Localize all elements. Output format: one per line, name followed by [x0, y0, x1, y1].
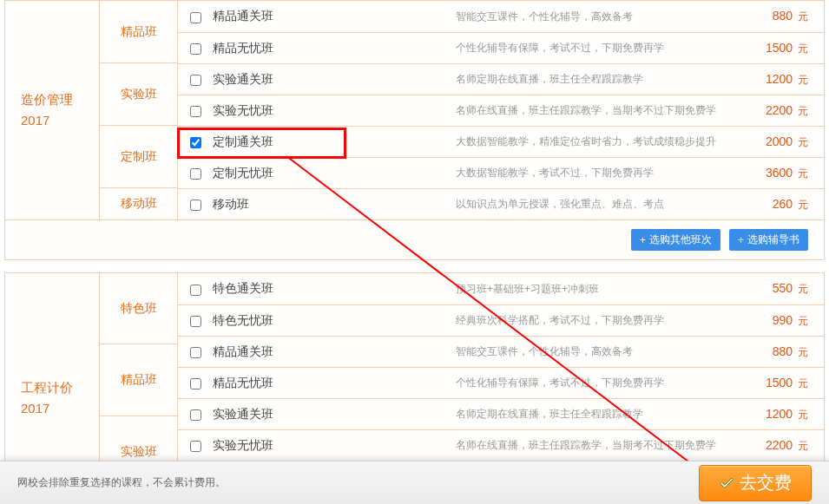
class-checkbox[interactable]: [190, 137, 201, 148]
class-checkbox[interactable]: [190, 409, 201, 421]
class-group-label: 移动班: [99, 187, 177, 219]
buy-books-button[interactable]: 选购辅导书: [729, 229, 808, 251]
class-checkbox[interactable]: [190, 106, 201, 117]
class-group-label: 实验班: [99, 62, 177, 125]
class-checkbox[interactable]: [190, 200, 201, 211]
class-name: 定制无忧班: [213, 166, 456, 181]
class-name: 精品通关班: [213, 9, 456, 24]
class-desc: 名师定期在线直播，班主任全程跟踪教学: [456, 72, 746, 87]
class-row: 定制通关班大数据智能教学，精准定位省时省力，考试成绩稳步提升2000 元: [177, 126, 824, 157]
class-group-label: 实验班: [99, 416, 177, 468]
class-name: 定制通关班: [213, 134, 456, 150]
class-group-label: 定制班: [99, 125, 177, 187]
course-title: 造价管理 2017: [5, 1, 99, 219]
class-desc: 名师在线直播，班主任跟踪教学，当期考不过下期免费学: [456, 103, 746, 118]
class-name: 精品无忧班: [213, 41, 456, 56]
class-name: 实验通关班: [213, 72, 456, 88]
class-price: 880 元: [746, 344, 824, 360]
class-checkbox[interactable]: [190, 347, 201, 358]
class-desc: 大数据智能教学，精准定位省时省力，考试成绩稳步提升: [456, 134, 746, 149]
class-desc: 名师在线直播，班主任跟踪教学，当期考不过下期免费学: [456, 438, 746, 453]
action-bar: 选购其他班次 选购辅导书: [5, 219, 824, 259]
class-checkbox[interactable]: [190, 285, 201, 296]
class-row: 特色通关班预习班+基础班+习题班+冲刺班550 元: [177, 273, 824, 304]
class-row: 实验无忧班名师在线直播，班主任跟踪教学，当期考不过下期免费学2200 元: [177, 429, 824, 461]
class-price: 260 元: [746, 197, 824, 213]
class-name: 精品通关班: [213, 344, 456, 360]
class-checkbox[interactable]: [190, 12, 201, 23]
class-checkbox[interactable]: [190, 168, 201, 180]
class-checkbox[interactable]: [190, 75, 201, 86]
check-icon: [719, 475, 734, 491]
class-desc: 名师定期在线直播，班主任全程跟踪教学: [456, 407, 746, 422]
class-desc: 个性化辅导有保障，考试不过，下期免费再学: [456, 41, 746, 56]
class-name: 精品无忧班: [213, 376, 456, 391]
class-name: 特色无忧班: [213, 313, 456, 329]
class-desc: 智能交互课件，个性化辅导，高效备考: [456, 10, 746, 24]
class-row: 定制无忧班大数据智能教学，考试不过，下期免费再学3600 元: [177, 157, 824, 188]
checkout-label: 去交费: [740, 471, 792, 494]
class-price: 3600 元: [746, 166, 824, 181]
class-row: 精品通关班智能交互课件，个性化辅导，高效备考880 元: [177, 336, 824, 367]
course-year: 2017: [21, 398, 49, 419]
buy-other-classes-button[interactable]: 选购其他班次: [631, 229, 720, 251]
class-checkbox[interactable]: [190, 316, 201, 327]
course-name: 工程计价: [21, 377, 73, 398]
class-price: 2200 元: [746, 438, 824, 454]
course-year: 2017: [21, 110, 49, 131]
course-title: 工程计价 2017: [5, 273, 99, 468]
class-row: 精品无忧班个性化辅导有保障，考试不过，下期免费再学1500 元: [177, 32, 824, 63]
class-desc: 以知识点为单元授课，强化重点、难点、考点: [456, 197, 746, 212]
class-checkbox[interactable]: [190, 378, 201, 389]
class-price: 1500 元: [746, 41, 824, 56]
class-desc: 经典班次科学搭配，考试不过，下期免费再学: [456, 313, 746, 328]
class-checkbox[interactable]: [190, 441, 201, 452]
class-price: 550 元: [746, 281, 824, 297]
class-row: 实验通关班名师定期在线直播，班主任全程跟踪教学1200 元: [177, 398, 824, 429]
class-row: 精品无忧班个性化辅导有保障，考试不过，下期免费再学1500 元: [177, 367, 824, 398]
class-price: 1500 元: [746, 376, 824, 391]
class-name: 实验无忧班: [213, 438, 456, 454]
class-group-label: 精品班: [99, 344, 177, 415]
class-row: 特色无忧班经典班次科学搭配，考试不过，下期免费再学990 元: [177, 304, 824, 336]
course-name: 造价管理: [21, 89, 73, 110]
class-group-label: 特色班: [99, 273, 177, 344]
class-price: 2000 元: [746, 134, 824, 150]
class-row: 实验通关班名师定期在线直播，班主任全程跟踪教学1200 元: [177, 63, 824, 95]
checkout-button[interactable]: 去交费: [699, 465, 812, 501]
class-desc: 智能交互课件，个性化辅导，高效备考: [456, 344, 746, 359]
class-name: 实验无忧班: [213, 103, 456, 119]
class-price: 990 元: [746, 313, 824, 329]
class-price: 2200 元: [746, 103, 824, 119]
footer-bar: 网校会排除重复选择的课程，不会累计费用。 去交费: [0, 461, 829, 504]
class-desc: 预习班+基础班+习题班+冲刺班: [456, 282, 746, 297]
class-price: 880 元: [746, 9, 824, 24]
class-name: 移动班: [213, 197, 456, 213]
class-group-label: 精品班: [99, 1, 177, 62]
class-price: 1200 元: [746, 72, 824, 88]
class-name: 特色通关班: [213, 281, 456, 297]
class-price: 1200 元: [746, 407, 824, 422]
class-row: 精品通关班智能交互课件，个性化辅导，高效备考880 元: [177, 1, 824, 32]
class-name: 实验通关班: [213, 407, 456, 422]
footer-note: 网校会排除重复选择的课程，不会累计费用。: [17, 475, 226, 490]
class-desc: 大数据智能教学，考试不过，下期免费再学: [456, 166, 746, 180]
class-row: 移动班以知识点为单元授课，强化重点、难点、考点260 元: [177, 188, 824, 219]
class-row: 实验无忧班名师在线直播，班主任跟踪教学，当期考不过下期免费学2200 元: [177, 95, 824, 126]
class-desc: 个性化辅导有保障，考试不过，下期免费再学: [456, 376, 746, 390]
class-checkbox[interactable]: [190, 43, 201, 55]
